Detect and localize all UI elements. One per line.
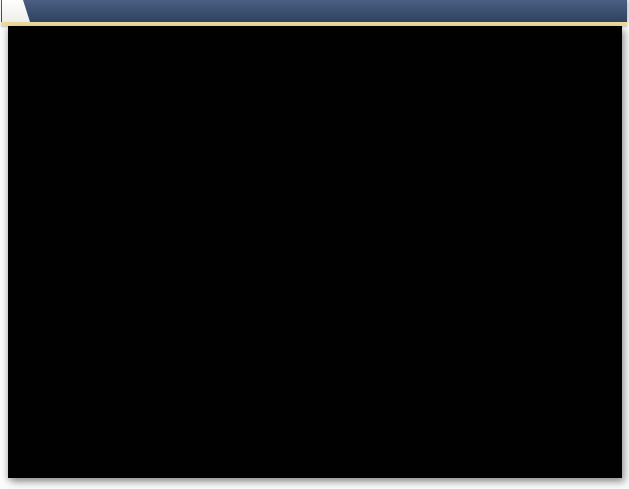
- document-tab[interactable]: [2, 0, 30, 22]
- editor-window: [0, 0, 629, 489]
- code-area[interactable]: [8, 26, 622, 478]
- document-tab-strip: [1, 0, 627, 22]
- code-lines: [8, 26, 622, 29]
